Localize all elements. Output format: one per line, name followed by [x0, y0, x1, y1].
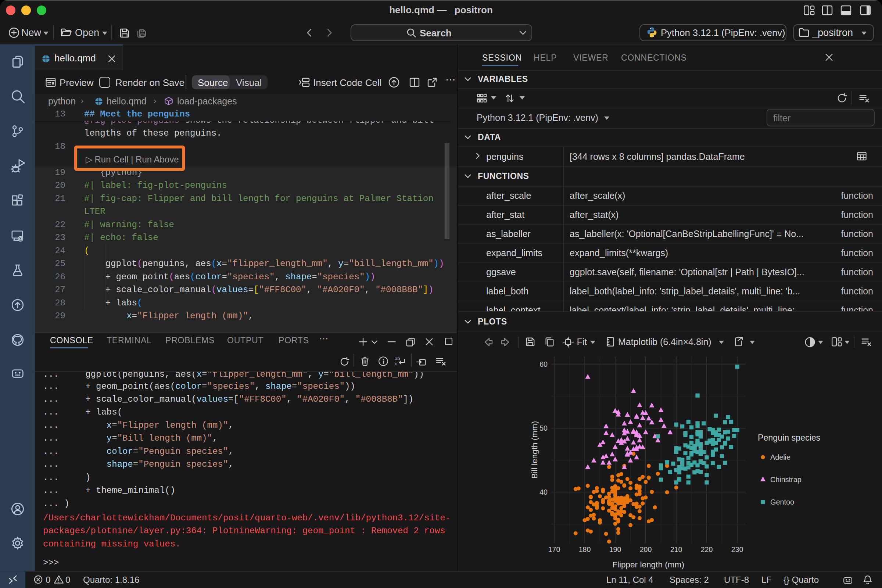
svg-text:40: 40: [540, 488, 548, 496]
svg-text:190: 190: [609, 545, 621, 554]
svg-text:Bill length (mm): Bill length (mm): [530, 421, 539, 479]
svg-text:c: c: [395, 361, 397, 366]
svg-text:210: 210: [670, 545, 682, 554]
svg-text:Gentoo: Gentoo: [770, 498, 794, 506]
svg-text:ab: ab: [395, 356, 400, 361]
svg-text:230: 230: [731, 545, 744, 554]
svg-text:Flipper length (mm): Flipper length (mm): [612, 560, 684, 569]
svg-text:180: 180: [579, 545, 591, 554]
svg-text:50: 50: [540, 424, 548, 432]
svg-text:60: 60: [540, 360, 548, 368]
svg-text:Adelie: Adelie: [770, 453, 790, 461]
svg-text:220: 220: [701, 545, 713, 554]
svg-text:200: 200: [640, 545, 652, 554]
svg-text:Chinstrap: Chinstrap: [770, 476, 801, 484]
svg-text:170: 170: [548, 545, 560, 554]
svg-text:Penguin species: Penguin species: [758, 433, 820, 442]
